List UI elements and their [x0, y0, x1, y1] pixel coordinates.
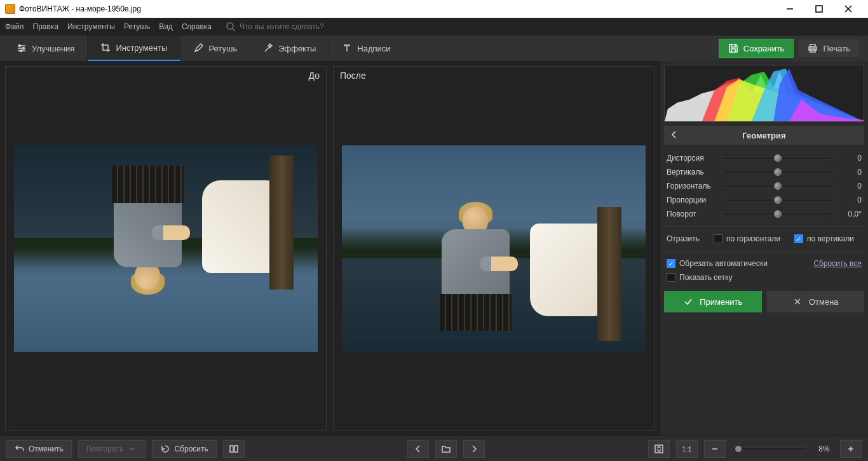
compare-button[interactable]	[223, 440, 245, 458]
tab-effects[interactable]: Эффекты	[250, 36, 329, 61]
slider-value: 0	[839, 182, 862, 190]
reset-button[interactable]: Сбросить	[152, 440, 216, 458]
checkbox-reflect-h[interactable]	[714, 234, 722, 243]
tab-captions[interactable]: Надписи	[329, 36, 403, 61]
tab-improve[interactable]: Улучшения	[4, 36, 88, 61]
menu-file[interactable]: Файл	[5, 22, 24, 31]
zoom-thumb[interactable]	[735, 446, 742, 452]
nav-folder-button[interactable]	[435, 440, 457, 458]
footer: Отменить Повторить Сбросить 1:1 8%	[0, 436, 868, 461]
nav-prev-button[interactable]	[407, 440, 429, 458]
fit-button[interactable]	[648, 440, 670, 458]
tab-label: Эффекты	[278, 44, 316, 53]
brush-icon	[193, 43, 203, 53]
grid-label: Показать сетку	[679, 273, 733, 282]
tab-label: Улучшения	[32, 44, 74, 53]
menu-edit[interactable]: Правка	[33, 22, 59, 31]
save-label: Сохранить	[743, 44, 785, 53]
tab-retouch[interactable]: Ретушь	[180, 36, 250, 61]
svg-rect-25	[234, 446, 238, 452]
slider-horizontal: Горизонталь 0	[664, 179, 864, 193]
svg-point-4	[227, 23, 233, 29]
minimize-button[interactable]	[775, 0, 804, 18]
save-button[interactable]: Сохранить	[719, 39, 794, 58]
back-button[interactable]	[669, 130, 679, 142]
search-input[interactable]	[240, 22, 367, 31]
redo-button[interactable]: Повторить	[78, 440, 146, 458]
reset-all-link[interactable]: Сбросить все	[813, 259, 862, 268]
tab-label: Ретушь	[208, 44, 237, 53]
checkbox-autocrop[interactable]: ✓	[667, 259, 675, 268]
plus-icon	[846, 444, 856, 454]
fit-icon	[654, 444, 664, 454]
slider-thumb[interactable]	[774, 182, 782, 190]
check-icon	[683, 297, 693, 307]
tab-label: Надписи	[357, 44, 390, 53]
menu-bar: Файл Правка Инструменты Ретушь Вид Справ…	[0, 18, 868, 36]
app-logo-icon	[5, 4, 15, 14]
chevron-left-icon	[413, 444, 423, 454]
grid-row: Показать сетку	[664, 271, 864, 284]
sliders-icon	[17, 43, 27, 53]
checkbox-grid[interactable]	[667, 273, 675, 282]
slider-value: 0	[839, 196, 862, 204]
before-image[interactable]	[14, 145, 318, 352]
after-pane: После	[333, 66, 654, 431]
reflect-h-label: по горизонтали	[726, 234, 780, 243]
svg-rect-24	[230, 446, 233, 452]
slider-track[interactable]	[721, 185, 834, 187]
undo-button[interactable]: Отменить	[6, 440, 72, 458]
ratio-button[interactable]: 1:1	[676, 440, 698, 458]
reflect-v-label: по вертикали	[807, 234, 854, 243]
cancel-button[interactable]: Отмена	[767, 291, 865, 312]
slider-track[interactable]	[721, 171, 834, 173]
checkbox-reflect-v[interactable]: ✓	[794, 234, 803, 243]
slider-track[interactable]	[721, 199, 834, 201]
autocrop-row: ✓ Обрезать автоматически Сбросить все	[664, 257, 864, 271]
crop-icon	[100, 43, 111, 53]
svg-point-11	[20, 50, 22, 52]
zoom-in-button[interactable]	[840, 440, 862, 458]
tab-tools[interactable]: Инструменты	[88, 36, 180, 61]
zoom-slider[interactable]	[732, 448, 808, 450]
maximize-button[interactable]	[804, 0, 834, 18]
zoom-out-button[interactable]	[704, 440, 726, 458]
print-button[interactable]: Печать	[799, 39, 859, 57]
menu-tools[interactable]: Инструменты	[67, 22, 115, 31]
slider-thumb[interactable]	[774, 168, 782, 176]
folder-icon	[441, 444, 451, 454]
reflect-row: Отразить по горизонтали ✓ по вертикали	[664, 232, 864, 246]
minus-icon	[710, 444, 720, 454]
sidebar: Геометрия Дисторсия 0 Вертикаль 0 Горизо…	[660, 61, 868, 436]
panel-title: Геометрия	[742, 131, 785, 140]
reset-icon	[160, 444, 170, 454]
chevron-right-icon	[469, 444, 479, 454]
slider-value: 0	[839, 168, 862, 177]
before-label: До	[309, 70, 320, 81]
slider-value: 0,0°	[839, 210, 862, 218]
slider-thumb[interactable]	[774, 210, 782, 218]
text-icon	[342, 43, 352, 53]
slider-value: 0	[839, 154, 862, 163]
x-icon	[792, 297, 803, 307]
print-icon	[808, 43, 818, 53]
menu-retouch[interactable]: Ретушь	[124, 22, 150, 31]
histogram[interactable]	[664, 65, 864, 122]
search-icon	[226, 22, 236, 32]
slider-track[interactable]	[721, 213, 834, 215]
slider-thumb[interactable]	[774, 196, 782, 204]
slider-track[interactable]	[721, 157, 834, 159]
menu-view[interactable]: Вид	[159, 22, 173, 31]
svg-line-5	[233, 29, 235, 31]
undo-icon	[15, 444, 25, 454]
close-button[interactable]	[834, 0, 863, 18]
slider-thumb[interactable]	[774, 154, 782, 162]
tab-bar: Улучшения Инструменты Ретушь Эффекты Над…	[0, 36, 868, 61]
print-label: Печать	[823, 44, 850, 53]
slider-rotation: Поворот 0,0°	[664, 207, 864, 221]
slider-proportions: Пропорции 0	[664, 193, 864, 207]
nav-next-button[interactable]	[463, 440, 485, 458]
menu-help[interactable]: Справка	[182, 22, 212, 31]
after-image[interactable]	[342, 145, 646, 352]
apply-button[interactable]: Применить	[664, 291, 762, 312]
